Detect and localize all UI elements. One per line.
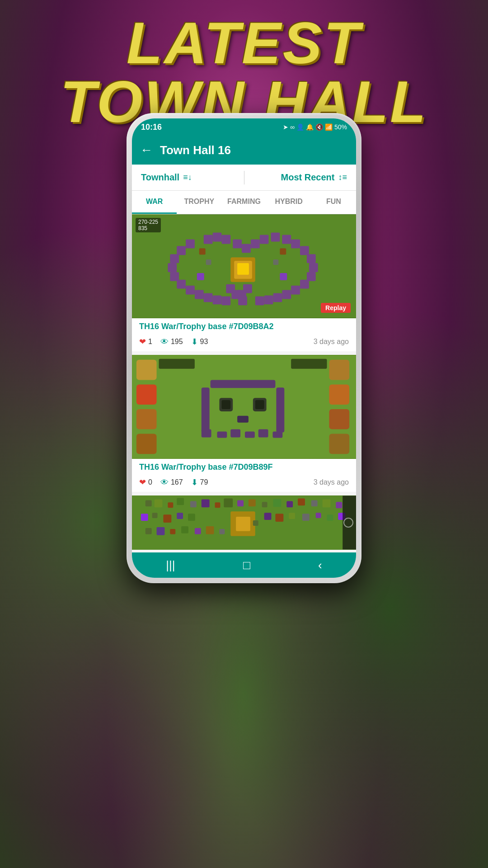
svg-rect-70	[329, 434, 349, 454]
filter-right[interactable]: Most Recent ↕≡	[244, 172, 347, 183]
heart-icon-2: ❤	[139, 477, 146, 487]
svg-rect-88	[311, 500, 318, 506]
svg-rect-75	[155, 499, 163, 507]
svg-rect-17	[307, 272, 316, 281]
base-image-3	[132, 495, 356, 550]
likes-value-1: 1	[148, 338, 152, 346]
base-title-1: TH16 War/Trophy base #7D09B8A2	[132, 318, 356, 332]
svg-rect-43	[206, 259, 211, 265]
filter-icon: ≡↓	[183, 173, 192, 182]
svg-rect-93	[163, 514, 171, 523]
base-svg-3	[132, 495, 356, 550]
svg-rect-45	[197, 273, 204, 280]
svg-rect-101	[289, 513, 295, 519]
base-visual-1: 270-225835 Replay	[132, 214, 356, 318]
townhall-filter-label: Townhall	[141, 172, 179, 183]
svg-rect-4	[170, 254, 179, 263]
svg-rect-49	[211, 380, 276, 388]
svg-rect-55	[245, 432, 255, 438]
score-tag: 270-225835	[136, 218, 161, 232]
back-button[interactable]: ←	[140, 143, 153, 157]
base-card-2[interactable]: TH16 War/Trophy base #7D09B89F ❤ 0 👁 167…	[132, 355, 356, 492]
phone-outer: 10:16 ➤ ∞ 👤 🔔 🔇 📶 50% ← Town Hall 16	[127, 113, 361, 583]
base-visual-3	[132, 495, 356, 550]
svg-rect-92	[152, 513, 158, 518]
nav-back[interactable]: ‹	[318, 558, 322, 572]
svg-rect-19	[291, 286, 300, 295]
svg-rect-59	[221, 400, 230, 409]
base-card-1[interactable]: 270-225835 Replay TH16 War/Trophy base #…	[132, 214, 356, 351]
mute-icon: 🔇	[315, 123, 323, 131]
svg-rect-3	[177, 246, 186, 255]
svg-rect-22	[264, 295, 273, 304]
views-value-1: 195	[171, 338, 183, 346]
phone: 10:16 ➤ ∞ 👤 🔔 🔇 📶 50% ← Town Hall 16	[127, 113, 361, 583]
svg-rect-68	[329, 384, 349, 405]
svg-rect-51	[276, 387, 284, 432]
svg-rect-100	[275, 514, 283, 522]
tab-trophy[interactable]: TROPHY	[177, 191, 221, 214]
svg-rect-97	[236, 517, 250, 531]
svg-rect-54	[230, 429, 240, 438]
tab-hybrid[interactable]: HYBRID	[267, 191, 311, 214]
sort-label: Most Recent	[281, 172, 335, 183]
svg-rect-65	[136, 409, 157, 429]
base-image-1: 270-225835 Replay	[132, 214, 356, 318]
base-card-3-partial[interactable]	[132, 495, 356, 550]
sort-icon: ↕≡	[338, 173, 347, 182]
nav-recent-apps[interactable]: |||	[166, 558, 175, 572]
nav-home[interactable]: □	[243, 558, 250, 572]
svg-rect-106	[145, 528, 152, 534]
bell-icon: 🔔	[306, 123, 314, 131]
svg-rect-76	[168, 502, 173, 508]
svg-rect-44	[273, 259, 278, 265]
location-icon: ➤	[283, 123, 288, 131]
infinity-icon: ∞	[290, 123, 295, 131]
likes-stat-2: ❤ 0	[139, 477, 152, 487]
stats-row-1: ❤ 1 👁 195 ⬇ 93 3 days ago	[132, 332, 356, 351]
tab-bar: WAR TROPHY FARMING HYBRID FUN	[132, 191, 356, 214]
status-bar: 10:16 ➤ ∞ 👤 🔔 🔇 📶 50%	[132, 118, 356, 136]
tab-war[interactable]: WAR	[132, 191, 177, 214]
svg-rect-95	[188, 514, 195, 521]
svg-rect-47	[132, 355, 356, 458]
svg-rect-91	[141, 514, 148, 521]
eye-icon-1: 👁	[160, 337, 169, 347]
svg-rect-40	[237, 263, 249, 275]
tab-farming[interactable]: FARMING	[221, 191, 266, 214]
bottom-nav: ||| □ ‹	[132, 552, 356, 578]
svg-rect-5	[168, 263, 177, 272]
svg-rect-83	[249, 499, 256, 506]
base-visual-2	[132, 355, 356, 459]
likes-stat-1: ❤ 1	[139, 337, 152, 347]
svg-rect-99	[264, 513, 272, 520]
nav-bar: ← Town Hall 16	[132, 136, 356, 165]
svg-rect-35	[221, 235, 230, 244]
svg-rect-108	[170, 529, 175, 534]
base-title-2: TH16 War/Trophy base #7D09B89F	[132, 459, 356, 473]
downloads-stat-2: ⬇ 79	[191, 477, 208, 487]
avatar-icon: 👤	[296, 123, 304, 131]
svg-rect-52	[202, 429, 211, 438]
svg-rect-26	[226, 284, 235, 293]
svg-rect-79	[202, 499, 210, 507]
tab-fun[interactable]: FUN	[311, 191, 356, 214]
svg-rect-23	[255, 296, 264, 305]
svg-rect-2	[186, 239, 195, 248]
svg-rect-85	[273, 499, 281, 507]
svg-rect-77	[177, 498, 184, 505]
filter-left[interactable]: Townhall ≡↓	[141, 172, 244, 183]
svg-rect-12	[221, 296, 230, 305]
time-ago-1: 3 days ago	[314, 338, 349, 346]
phone-screen: 10:16 ➤ ∞ 👤 🔔 🔇 📶 50% ← Town Hall 16	[132, 118, 356, 578]
download-icon-1: ⬇	[191, 337, 198, 347]
svg-rect-74	[145, 500, 152, 506]
svg-rect-36	[282, 235, 291, 244]
svg-rect-34	[213, 233, 222, 242]
battery-icon: 50%	[334, 123, 347, 131]
base-image-2	[132, 355, 356, 459]
svg-rect-16	[309, 263, 318, 272]
status-time: 10:16	[141, 123, 162, 132]
svg-rect-82	[237, 500, 244, 506]
views-stat-2: 👁 167	[160, 478, 183, 487]
